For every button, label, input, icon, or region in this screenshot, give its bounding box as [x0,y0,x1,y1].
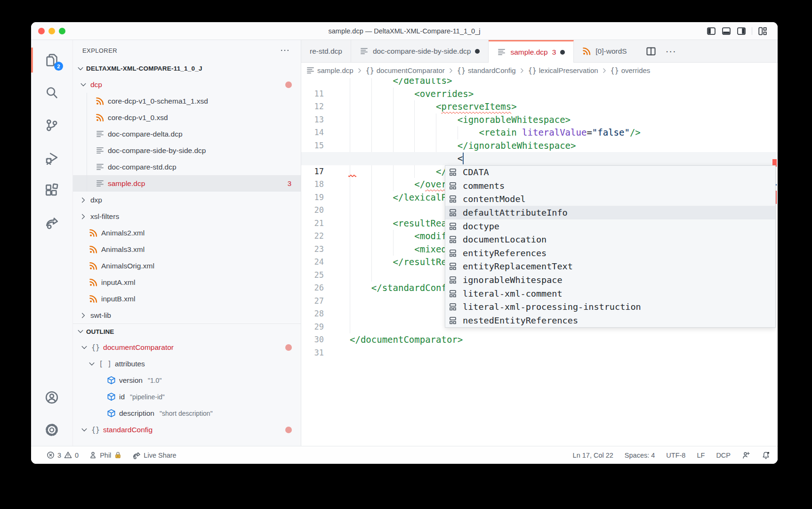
file-tree-item-Animals2.xml[interactable]: Animals2.xml [73,225,301,241]
file-tree-item-doc-compare-std.dcp[interactable]: doc-compare-std.dcp [73,159,301,175]
problems-indicator[interactable]: 3 0 [47,451,79,459]
activity-bar-account[interactable] [31,381,72,413]
extensions-icon [45,183,59,197]
file-tree-item-xsl-filters[interactable]: xsl-filters [73,208,301,225]
suggest-item-documentLocation[interactable]: documentLocation [445,233,775,246]
dcp-file-icon [360,47,369,56]
tab-re-std.dcp[interactable]: re-std.dcp [301,40,351,62]
xml-file-icon [582,47,591,56]
code-line-17[interactable]: 17 < [301,152,778,165]
desktop-background: sample.dcp — DeltaXML-XML-Compare-11_1_0… [0,0,812,509]
toggle-left-sidebar-icon[interactable] [707,26,716,36]
activity-bar-search[interactable] [31,76,72,109]
live-share-icon [132,451,141,460]
language-mode[interactable]: DCP [716,452,731,459]
file-tree-item-AnimalsOrig.xml[interactable]: AnimalsOrig.xml [73,258,301,274]
status-bar: 3 0 Phil Live Share Ln 17, Col 22 Spaces… [31,446,778,464]
suggest-item-comments[interactable]: comments [445,179,775,193]
file-tree-item-inputB.xml[interactable]: inputB.xml [73,291,301,307]
outline-section-header[interactable]: OUTLINE [73,323,301,339]
suggest-item-ignorableWhitespace[interactable]: ignorableWhitespace [445,273,775,287]
file-tree-item-core-dcp-v1_0-schema1_1.xsd[interactable]: core-dcp-v1_0-schema1_1.xsd [73,93,301,109]
code-line-13[interactable]: 13 <preserveItems> [301,100,778,113]
file-tree-item-Animals3.xml[interactable]: Animals3.xml [73,241,301,258]
outline-item-attributes[interactable]: [ ]attributes [73,355,301,372]
activity-bar-run-debug[interactable] [31,141,72,174]
suggest-item-CDATA[interactable]: CDATA [445,166,775,179]
text-cursor [463,153,464,164]
xml-file-icon [89,245,98,254]
minimize-window-button[interactable] [48,28,55,34]
xml-file-icon [96,113,105,122]
titlebar: sample.dcp — DeltaXML-XML-Compare-11_1_0… [31,22,778,40]
close-window-button[interactable] [38,28,45,34]
tab-doc-compare-side-by-side.dcp[interactable]: doc-compare-side-by-side.dcp [351,40,489,62]
code-line-31[interactable]: 31 </documentComparator> [301,333,778,347]
cursor-position[interactable]: Ln 17, Col 22 [573,452,613,459]
code-line-16[interactable]: 16 </ignorableWhitespace> [301,139,778,153]
breadcrumb-standardConfig[interactable]: {} standardConfig [457,66,516,75]
outline-item-standardConfig[interactable]: {}standardConfig [73,421,301,438]
suggest-item-entityReplacementText[interactable]: entityReplacementText [445,260,775,274]
activity-bar-explorer[interactable]: 2 [31,44,72,76]
breadcrumb-overrides[interactable]: {} overrides [611,66,651,75]
user-session-indicator[interactable]: Phil [89,451,122,459]
outline-item-documentComparator[interactable]: {}documentComparator [73,339,301,355]
suggest-item-literal-xml-comment[interactable]: literal-xml-comment [445,287,775,300]
dcp-file-icon [96,162,105,171]
symbol-kind-glyph: [ ] [99,360,112,368]
file-tree-item-dxp[interactable]: dxp [73,192,301,208]
outline-item-description[interactable]: description "short description" [73,405,301,421]
live-share-button[interactable]: Live Share [132,451,176,460]
breadcrumb-file[interactable]: sample.dcp [306,66,354,75]
file-tree-item-doc-compare-delta.dcp[interactable]: doc-compare-delta.dcp [73,126,301,142]
suggest-item-nestedEntityReferences[interactable]: nestedEntityReferences [445,314,775,327]
suggest-item-literal-xml-processing-instruction[interactable]: literal-xml-processing-instruction [445,300,775,314]
suggest-item-doctype[interactable]: doctype [445,219,775,233]
activity-bar-source-control[interactable] [31,109,72,141]
suggest-item-contentModel[interactable]: contentModel [445,193,775,206]
explorer-more-actions-icon[interactable] [280,46,289,55]
suggest-item-defaultAttributeInfo[interactable]: defaultAttributeInfo [445,206,775,219]
maximize-window-button[interactable] [59,28,65,34]
outline-item-id[interactable]: id "pipeline-id" [73,388,301,405]
workspace-root-row[interactable]: DELTAXML-XML-COMPARE-11_1_0_J [73,61,301,76]
file-tree-item-sample.dcp[interactable]: sample.dcp 3 [73,175,301,192]
chev-right-icon [80,312,87,319]
feedback-icon[interactable] [742,451,750,460]
outline-tree: {}documentComparator [ ]attributes versi… [73,339,301,438]
file-tree-item-dcp[interactable]: dcp [73,76,301,93]
activity-bar-settings[interactable] [31,413,72,446]
tab-sample.dcp[interactable]: sample.dcp 3 [489,40,574,63]
file-tree-item-swt-lib[interactable]: swt-lib [73,307,301,323]
breadcrumb-lexicalPreservation[interactable]: {} lexicalPreservation [528,66,598,75]
notifications-bell-icon[interactable] [762,451,770,460]
toggle-right-sidebar-icon[interactable] [737,26,746,36]
code-line-12[interactable]: 12 <overrides> [301,88,778,101]
activity-bar-live-share[interactable] [31,206,72,239]
file-tree-item-inputA.xml[interactable]: inputA.xml [73,274,301,291]
editor-group: re-std.dcp doc-compare-side-by-side.dcp … [301,40,778,446]
unsaved-dot[interactable] [475,49,480,54]
code-line-15[interactable]: 15 <retain literalValue="false"/> [301,126,778,139]
activity-bar-extensions[interactable] [31,174,72,206]
split-editor-icon[interactable] [646,46,656,57]
breadcrumb-documentComparator[interactable]: {} documentComparator [366,66,445,75]
toggle-panel-icon[interactable] [722,26,731,36]
unsaved-dot[interactable] [560,50,565,55]
error-icon [47,451,55,459]
file-tree-item-core-dcp-v1_0.xsd[interactable]: core-dcp-v1_0.xsd [73,109,301,126]
code-line-11[interactable]: 11 </defaults> [301,78,778,88]
customize-layout-icon[interactable] [758,26,767,36]
encoding-setting[interactable]: UTF-8 [666,452,685,459]
indentation-setting[interactable]: Spaces: 4 [625,452,655,459]
more-actions-icon[interactable]: ··· [666,46,676,57]
code-line-14[interactable]: 14 <ignorableWhitespace> [301,113,778,127]
workspace-root-label: DELTAXML-XML-COMPARE-11_1_0_J [86,65,202,72]
file-tree-item-doc-compare-side-by-side.dcp[interactable]: doc-compare-side-by-side.dcp [73,142,301,159]
tab-[0]-wordS[interactable]: [0]-wordS [574,40,635,62]
code-editor[interactable]: 11 </defaults> 12 <overrides> 13 <preser… [301,78,778,446]
outline-item-version[interactable]: version "1.0" [73,372,301,388]
eol-setting[interactable]: LF [697,452,705,459]
suggest-item-entityReferences[interactable]: entityReferences [445,246,775,260]
